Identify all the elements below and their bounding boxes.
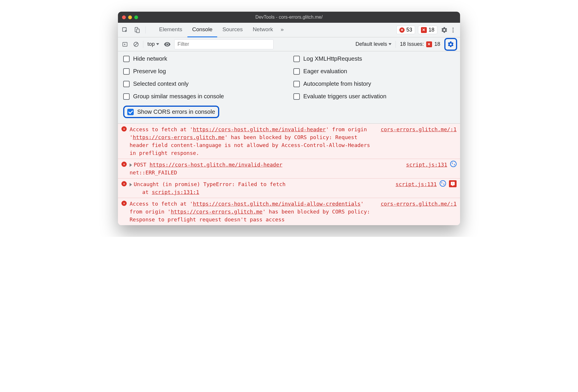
log-entry-exception[interactable]: ✕ Uncaught (in promise) TypeError: Faile… [118,178,460,198]
log-source-link[interactable]: cors-errors.glitch.me/:1 [381,200,457,223]
caret-down-icon [156,43,159,45]
checkbox-autocomplete-history[interactable]: Autocomplete from history [293,80,455,87]
traffic-lights [122,15,138,19]
checkbox-icon [123,93,130,100]
issues-count: 18 [429,27,434,33]
checkbox-show-cors[interactable]: Show CORS errors in console [127,108,215,115]
checkbox-label: Group similar messages in console [133,93,224,100]
context-label: top [147,41,155,47]
tab-sources[interactable]: Sources [218,23,248,37]
tab-elements[interactable]: Elements [154,23,187,37]
tab-label: Network [253,26,273,33]
checkbox-icon [293,56,300,62]
kebab-menu-icon[interactable] [449,26,457,34]
checkbox-label: Autocomplete from history [303,80,371,87]
issue-icon: ✕ [426,41,432,47]
checkbox-eval-triggers[interactable]: Evaluate triggers user activation [293,93,455,100]
log-url[interactable]: https://cors-host.glitch.me/invalid-head… [149,162,282,168]
log-url[interactable]: https://cors-errors.glitch.me [171,209,262,215]
log-message: POST https://cors-host.glitch.me/invalid… [130,161,403,176]
console-settings-highlight [444,38,457,51]
issues-label: 18 Issues: [400,41,424,47]
error-count-badge[interactable]: ✕ 53 [396,26,415,34]
separator [145,27,146,34]
filter-input[interactable] [174,39,274,49]
log-entry-network-error[interactable]: ✕ POST https://cors-host.glitch.me/inval… [118,159,460,178]
error-count: 53 [406,27,412,33]
error-icon: ✕ [121,181,127,186]
log-message: Access to fetch at 'https://cors-host.gl… [130,200,378,223]
levels-label: Default levels [356,41,387,47]
live-expression-icon[interactable] [163,40,171,48]
issues-count-badge[interactable]: ✕ 18 [418,26,437,34]
console-log-area: ✕ Access to fetch at 'https://cors-host.… [118,124,460,225]
tab-label: Elements [159,26,182,33]
svg-point-3 [452,27,454,29]
caret-down-icon [389,43,391,45]
issue-indicator-icon[interactable] [449,180,457,187]
more-tabs-button[interactable]: » [278,23,286,37]
svg-point-5 [452,31,454,32]
separator [396,41,396,48]
error-icon: ✕ [121,126,127,132]
log-entry-error[interactable]: ✕ Access to fetch at 'https://cors-host.… [118,124,460,159]
log-source-link[interactable]: cors-errors.glitch.me/:1 [381,125,457,157]
log-url[interactable]: https://cors-host.glitch.me/invalid-head… [193,126,326,132]
issues-dropdown[interactable]: 18 Issues: ✕ 18 [399,41,441,47]
checkbox-selected-context[interactable]: Selected context only [123,80,285,87]
checkbox-checked-icon [127,109,134,115]
toggle-sidebar-icon[interactable] [121,40,129,48]
console-toolbar: top Default levels 18 Issues: ✕ 18 [118,37,460,51]
tab-label: Sources [222,26,243,33]
log-entry-error[interactable]: ✕ Access to fetch at 'https://cors-host.… [118,198,460,225]
console-settings-icon[interactable] [447,40,455,48]
checkbox-label: Preserve log [133,68,166,75]
minimize-window-button[interactable] [128,15,132,19]
checkbox-icon [293,68,300,75]
checkbox-label: Selected context only [133,80,189,87]
log-url[interactable]: https://cors-host.glitch.me/invalid-allo… [193,201,361,207]
disclosure-triangle-icon[interactable] [130,183,132,186]
checkbox-icon [123,81,130,87]
chevron-double-right-icon: » [281,26,284,33]
network-request-icon[interactable] [440,180,446,187]
log-source-link[interactable]: script.js:131 [396,180,437,196]
checkbox-eager-eval[interactable]: Eager evaluation [293,68,455,75]
checkbox-label: Log XMLHttpRequests [303,55,362,62]
checkbox-group-similar[interactable]: Group similar messages in console [123,93,285,100]
tab-label: Console [192,26,213,33]
error-icon: ✕ [121,162,127,167]
error-icon: ✕ [121,201,127,206]
log-url[interactable]: https://cors-errors.glitch.me [133,134,224,140]
checkbox-hide-network[interactable]: Hide network [123,55,285,62]
tabbar: Elements Console Sources Network » ✕ 53 … [118,23,460,37]
checkbox-label: Show CORS errors in console [137,108,215,115]
issues-count: 18 [434,41,440,47]
svg-rect-2 [137,29,139,33]
separator [143,41,143,48]
disclosure-triangle-icon[interactable] [130,163,132,167]
checkbox-label: Hide network [133,55,167,62]
svg-line-8 [135,43,137,46]
checkbox-show-cors-highlight: Show CORS errors in console [123,106,219,118]
inspect-element-icon[interactable] [121,26,129,34]
checkbox-log-xhr[interactable]: Log XMLHttpRequests [293,55,455,62]
device-toolbar-icon[interactable] [133,26,141,34]
settings-icon[interactable] [440,26,448,34]
checkbox-preserve-log[interactable]: Preserve log [123,68,285,75]
tab-console[interactable]: Console [187,23,217,37]
network-request-icon[interactable] [450,161,457,167]
log-levels-dropdown[interactable]: Default levels [354,41,393,47]
log-source-link[interactable]: script.js:131 [406,161,447,176]
log-message: Access to fetch at 'https://cors-host.gl… [130,125,378,157]
log-trace-link[interactable]: script.js:131:1 [152,189,199,195]
checkbox-icon [123,56,130,62]
clear-console-icon[interactable] [132,40,140,48]
tab-network[interactable]: Network [248,23,278,37]
close-window-button[interactable] [122,15,126,19]
context-dropdown[interactable]: top [146,41,160,47]
devtools-window: DevTools - cors-errors.glitch.me/ Elemen… [118,12,460,225]
error-icon: ✕ [399,27,405,33]
titlebar: DevTools - cors-errors.glitch.me/ [118,12,460,23]
maximize-window-button[interactable] [134,15,138,19]
